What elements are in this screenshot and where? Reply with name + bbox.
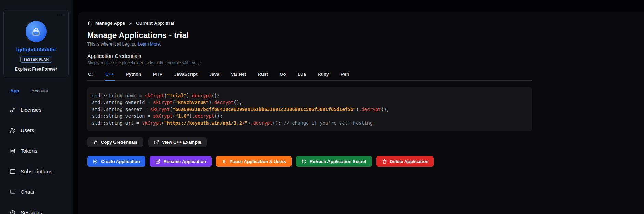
home-icon[interactable] [87,21,92,26]
edit-icon [155,159,160,164]
lang-tab-perl[interactable]: Perl [340,70,350,80]
plan-badge: TESTER PLAN [20,56,52,63]
breadcrumb: Manage Apps Current App: trial [87,21,532,26]
sidebar-item-licenses[interactable]: Licenses [0,100,73,120]
refresh-icon [301,159,307,164]
lang-tab-php[interactable]: PHP [152,70,163,80]
clock-icon [10,210,16,214]
code-line: std::string version = skCrypt("1.0").dec… [92,113,527,119]
plus-circle-icon [93,159,98,164]
action-button-label: Create Application [101,159,140,164]
sidebar-item-label: Chats [21,189,35,195]
profile-name: fgdfghddfhhfdhf [8,47,64,52]
app-actions: Create ApplicationRename ApplicationPaus… [87,156,532,167]
delete-application-button[interactable]: Delete Application [376,156,434,167]
action-button-label: Refresh Application Secret [310,159,366,164]
key-icon [10,107,16,113]
action-button-label: Delete Application [390,159,429,164]
code-line: std::string url = skCrypt("https://keyau… [92,119,527,126]
action-button-label: Pause Application & Users [230,159,286,164]
code-line: std::string name = skCrypt("trial").decr… [92,92,527,99]
sidebar-item-tokens[interactable]: Tokens [0,141,73,161]
profile-card: fgdfghddfhhfdhf TESTER PLAN Expires: Fre… [3,10,69,77]
breadcrumb-manage-apps[interactable]: Manage Apps [95,21,125,26]
copy-credentials-label: Copy Credentials [101,140,137,145]
refresh-application-secret-button[interactable]: Refresh Application Secret [296,156,372,167]
view-cpp-example-label: View C++ Example [162,140,201,145]
tokens-icon [10,148,16,154]
copy-credentials-button[interactable]: Copy Credentials [87,137,143,147]
pause-icon [222,159,227,164]
sidebar-item-label: Subscriptions [21,168,52,175]
code-actions: Copy Credentials View C++ Example [87,137,532,147]
sidebar-item-users[interactable]: Users [0,120,73,141]
external-link-icon [154,140,159,145]
lang-tab-python[interactable]: Python [125,70,142,80]
sidebar-item-label: Users [21,127,34,134]
sidebar-tabs: App Account [10,88,73,93]
page-subtitle: This is where it all begins. Learn More. [87,42,532,47]
lock-icon [31,27,41,37]
copy-icon [93,140,98,145]
code-block: std::string name = skCrypt("trial").decr… [87,87,532,131]
card-icon [10,168,16,175]
page-title: Manage Applications - trial [87,31,532,40]
sidebar: fgdfghddfhhfdhf TESTER PLAN Expires: Fre… [0,0,73,214]
sidebar-item-chats[interactable]: Chats [0,182,73,202]
lang-tab-go[interactable]: Go [279,70,287,80]
more-options-button[interactable] [59,12,65,18]
expires-text: Expires: Free Forever [8,67,64,72]
users-icon [10,127,16,134]
sidebar-item-label: Sessions [21,210,42,214]
credentials-subtitle: Simply replace the placeholder code in t… [87,61,532,65]
lang-tab-cpp[interactable]: C++ [105,70,115,80]
view-cpp-example-button[interactable]: View C++ Example [148,137,207,147]
sidebar-item-label: Tokens [21,148,37,154]
pause-application-users-button[interactable]: Pause Application & Users [216,156,292,167]
tab-app[interactable]: App [10,88,19,93]
lang-tab-javascript[interactable]: JavaScript [173,70,198,80]
lang-tab-java[interactable]: Java [209,70,220,80]
code-line: std::string ownerid = skCrypt("RnvzhvXru… [92,99,527,106]
lang-tab-ruby[interactable]: Ruby [317,70,330,80]
chevrons-right-icon [128,21,133,26]
code-line: std::string secret = skCrypt("b6a6902187… [92,106,527,113]
lang-tab-lua[interactable]: Lua [297,70,307,80]
sidebar-item-subscriptions[interactable]: Subscriptions [0,161,73,182]
action-button-label: Rename Application [163,159,206,164]
trash-icon [382,159,387,164]
chat-icon [10,189,16,195]
lang-tab-csharp[interactable]: C# [87,70,94,80]
lang-tab-rust[interactable]: Rust [257,70,269,80]
sidebar-item-sessions[interactable]: Sessions [0,202,73,214]
avatar [26,21,47,42]
tab-account[interactable]: Account [31,88,48,93]
sidebar-item-label: Licenses [21,107,41,113]
main-panel: Manage Apps Current App: trial Manage Ap… [78,12,644,214]
sidebar-menu: LicensesUsersTokensSubscriptionsChatsSes… [0,100,73,214]
create-application-button[interactable]: Create Application [87,156,145,167]
learn-more-link[interactable]: Learn More. [138,42,161,47]
rename-application-button[interactable]: Rename Application [150,156,211,167]
breadcrumb-current-app: Current App: trial [136,21,174,26]
subtitle-text: This is where it all begins. [87,42,136,47]
lang-tab-vb-net[interactable]: VB.Net [230,70,247,80]
language-tabs: C#C++PythonPHPJavaScriptJavaVB.NetRustGo… [87,70,532,81]
credentials-title: Application Credentials [87,53,532,59]
